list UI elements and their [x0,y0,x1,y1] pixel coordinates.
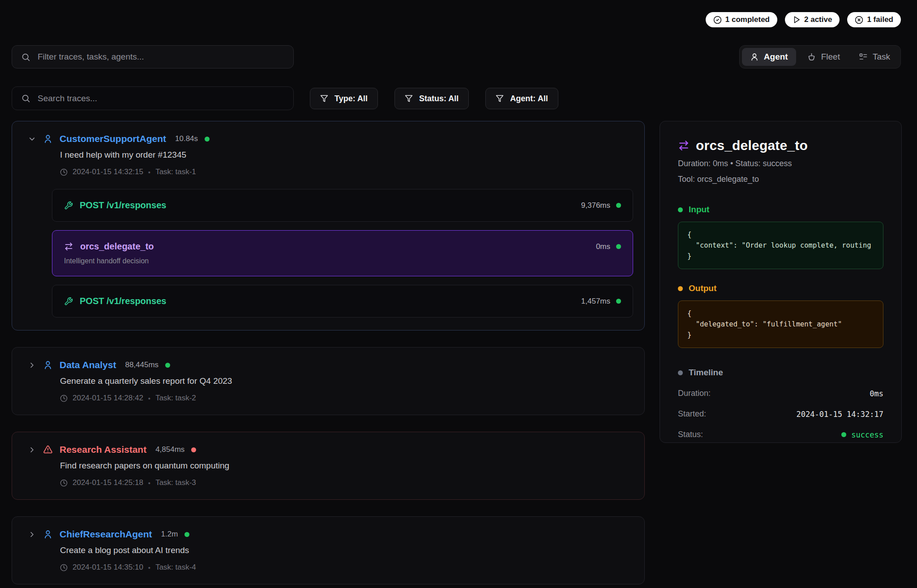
warning-triangle-icon [43,445,53,455]
status-dot-success [616,244,621,249]
tab-task-label: Task [873,52,890,62]
trace-timestamp: 2024-01-15 14:25:18 [73,478,143,487]
search-input-wrap [12,86,294,110]
clock-icon [60,479,68,487]
type-filter-button[interactable]: Type: All [310,88,378,109]
status-badges: 1 completed 2 active 1 failed [706,12,901,27]
clock-icon [60,168,68,176]
handoff-arrows-icon [678,140,690,151]
trace-meta: 2024-01-15 14:32:15 • Task: task-1 [60,167,633,176]
span-name: orcs_delegate_to [80,241,154,252]
trace-timestamp: 2024-01-15 14:35:10 [73,563,143,572]
agent-filter-button[interactable]: Agent: All [485,88,558,109]
span-row-post-responses-1[interactable]: POST /v1/responses 9,376ms [52,189,633,222]
timeline-status-value: success [851,430,883,439]
trace-task: Task: task-3 [155,478,196,487]
gray-dot-icon [678,370,683,375]
active-badge-label: 2 active [804,15,832,24]
trace-header[interactable]: CustomerSupportAgent 10.84s [28,133,633,144]
output-code-block: { "delegated_to": "fulfillment_agent" } [678,300,883,348]
trace-name[interactable]: Data Analyst [60,360,116,370]
status-dot-success [616,203,621,208]
tab-agent-label: Agent [764,52,788,62]
trace-header[interactable]: ChiefResearchAgent 1.2m [28,529,633,540]
status-filter-button[interactable]: Status: All [394,88,469,109]
timeline-duration-row: Duration: 0ms [678,389,883,398]
timeline-duration-label: Duration: [678,389,711,398]
green-dot-icon [678,207,683,212]
tab-task[interactable]: Task [851,48,898,66]
ship-icon [807,52,816,62]
amber-dot-icon [678,286,683,291]
completed-badge-label: 1 completed [725,15,770,24]
trace-header[interactable]: Data Analyst 88,445ms [28,360,633,370]
trace-timestamp: 2024-01-15 14:32:15 [73,167,143,176]
tab-agent[interactable]: Agent [742,48,796,66]
detail-meta: Duration: 0ms • Status: success [678,159,883,168]
check-circle-icon [713,16,722,24]
span-subtitle: Intelligent handoff decision [64,257,621,265]
chevron-right-icon[interactable] [28,530,36,539]
meta-separator: • [148,168,150,176]
trace-card-research-assistant: Research Assistant 4,854ms Find research… [12,432,645,500]
wrench-icon [64,297,73,306]
timeline-section-label: Timeline [678,368,883,378]
timeline-status-row: Status: success [678,430,883,439]
chevron-right-icon[interactable] [28,446,36,454]
trace-meta: 2024-01-15 14:28:42 • Task: task-2 [60,394,633,403]
span-detail-panel: orcs_delegate_to Duration: 0ms • Status:… [660,121,902,443]
type-filter-label: Type: All [334,94,368,103]
status-dot-success [165,363,170,368]
failed-badge-label: 1 failed [867,15,893,24]
timeline-status-label: Status: [678,430,703,439]
trace-name[interactable]: ChiefResearchAgent [60,529,152,540]
chevron-right-icon[interactable] [28,361,36,369]
filter-buttons-row: Type: All Status: All Agent: All [310,88,558,109]
trace-task: Task: task-4 [155,563,196,572]
funnel-icon [496,94,504,103]
trace-header[interactable]: Research Assistant 4,854ms [28,444,633,455]
timeline-started-label: Started: [678,409,706,419]
chevron-down-icon[interactable] [28,135,36,143]
trace-task: Task: task-2 [155,394,196,403]
tab-fleet[interactable]: Fleet [799,48,848,66]
status-dot-failed [191,447,196,452]
trace-list: CustomerSupportAgent 10.84s I need help … [12,121,645,588]
search-traces-input[interactable] [38,94,284,103]
clock-icon [60,395,68,402]
trace-card-customersupportagent: CustomerSupportAgent 10.84s I need help … [12,121,645,330]
span-row-orcs-delegate-to[interactable]: orcs_delegate_to 0ms Intelligent handoff… [52,230,633,276]
timeline-duration-value: 0ms [870,389,883,398]
span-duration: 9,376ms [581,201,610,210]
user-icon [750,52,759,61]
trace-duration: 4,854ms [155,445,184,454]
trace-input-text: Generate a quarterly sales report for Q4… [60,376,633,386]
trace-name[interactable]: Research Assistant [60,444,146,455]
trace-name[interactable]: CustomerSupportAgent [60,133,166,144]
clock-icon [60,564,68,571]
completed-badge[interactable]: 1 completed [706,12,777,27]
trace-task: Task: task-1 [155,167,196,176]
agent-user-icon [43,360,53,370]
output-section-label: Output [678,283,883,293]
meta-separator: • [148,395,150,402]
filter-input[interactable] [38,52,284,62]
trace-duration: 10.84s [175,134,198,143]
span-row-post-responses-2[interactable]: POST /v1/responses 1,457ms [52,285,633,318]
agent-user-icon [43,134,53,144]
trace-meta: 2024-01-15 14:35:10 • Task: task-4 [60,563,633,572]
trace-card-chiefresearchagent: ChiefResearchAgent 1.2m Create a blog po… [12,516,645,584]
search-icon [21,94,30,103]
trace-meta: 2024-01-15 14:25:18 • Task: task-3 [60,478,633,487]
active-badge[interactable]: 2 active [785,12,840,27]
status-filter-label: Status: All [419,94,458,103]
agent-filter-label: Agent: All [510,94,548,103]
span-duration: 1,457ms [581,297,610,306]
failed-badge[interactable]: 1 failed [847,12,901,27]
span-name: POST /v1/responses [80,200,166,210]
input-section-label: Input [678,205,883,215]
tab-fleet-label: Fleet [821,52,840,62]
agent-user-icon [43,529,53,539]
detail-title: orcs_delegate_to [696,138,808,153]
trace-card-data-analyst: Data Analyst 88,445ms Generate a quarter… [12,347,645,415]
